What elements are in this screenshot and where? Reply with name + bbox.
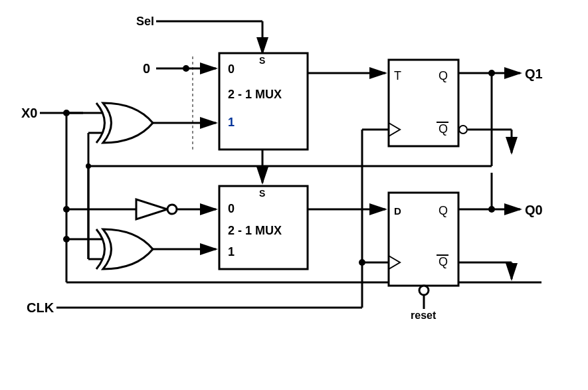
svg-text:T: T: [394, 69, 401, 82]
svg-text:Q: Q: [439, 122, 448, 136]
d-flipflop: D Q Q: [389, 193, 458, 295]
circuit-diagram: Sel 0 X0 CLK reset Q1 Q0: [0, 0, 588, 390]
label-sel: Sel: [136, 15, 154, 28]
xor-gate-bottom: [96, 229, 153, 269]
svg-text:Q: Q: [439, 69, 448, 82]
svg-text:2 - 1 MUX: 2 - 1 MUX: [228, 224, 282, 237]
t-flipflop: T Q Q: [389, 60, 467, 146]
svg-text:0: 0: [228, 202, 235, 215]
svg-text:0: 0: [228, 62, 235, 76]
svg-text:Q: Q: [439, 204, 448, 217]
svg-text:S: S: [259, 55, 265, 66]
label-q0: Q0: [525, 203, 543, 217]
svg-text:1: 1: [228, 245, 235, 258]
mux-bottom: S 0 2 - 1 MUX 1: [219, 186, 308, 269]
label-q1: Q1: [525, 66, 543, 81]
svg-point-39: [419, 286, 429, 295]
svg-text:S: S: [259, 188, 265, 199]
svg-point-13: [167, 205, 177, 214]
svg-text:1: 1: [228, 116, 235, 129]
label-clk: CLK: [27, 300, 54, 315]
svg-point-8: [63, 206, 70, 213]
svg-text:2 - 1 MUX: 2 - 1 MUX: [228, 88, 282, 101]
svg-point-6: [63, 236, 70, 243]
svg-point-33: [459, 126, 467, 134]
label-x0: X0: [21, 106, 37, 120]
not-gate: [136, 199, 177, 219]
svg-point-55: [359, 259, 365, 266]
svg-point-44: [86, 163, 91, 169]
xor-gate-top: [96, 103, 153, 143]
mux-top: S 0 2 - 1 MUX 1: [219, 53, 308, 149]
svg-text:D: D: [394, 205, 401, 217]
junction-dot: [183, 65, 189, 72]
label-reset: reset: [411, 310, 437, 321]
label-zero: 0: [143, 61, 150, 76]
svg-text:Q: Q: [439, 255, 448, 268]
